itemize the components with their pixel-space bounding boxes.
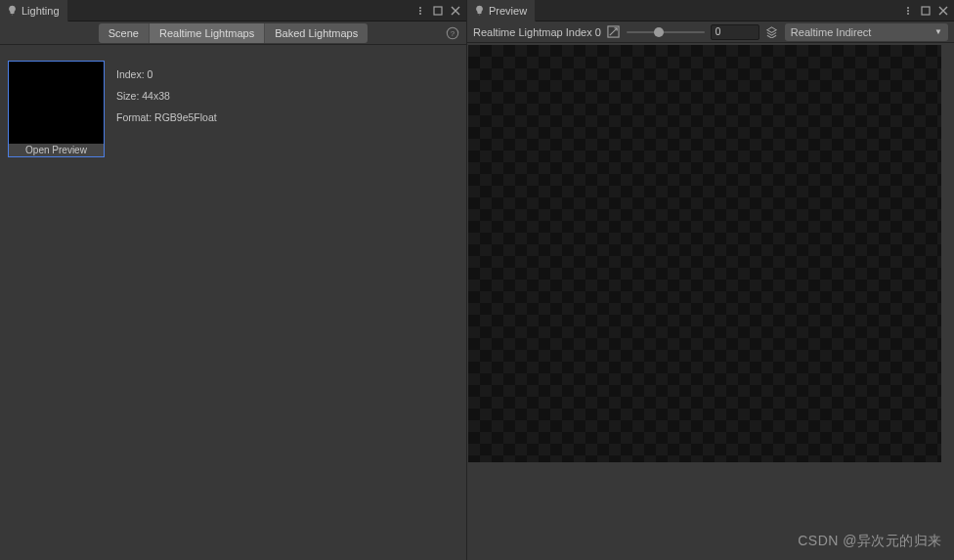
slider-track <box>627 31 705 33</box>
svg-rect-3 <box>434 7 442 15</box>
chevron-down-icon: ▼ <box>934 27 942 36</box>
preview-tab-label: Preview <box>489 5 527 17</box>
lighting-panel: Lighting Scene Realtime Lightmaps Baked … <box>0 0 467 560</box>
tab-scene[interactable]: Scene <box>99 23 150 43</box>
preview-title: Realtime Lightmap Index 0 <box>473 26 601 38</box>
lightmap-mode-tabs: Scene Realtime Lightmaps Baked Lightmaps <box>99 23 368 43</box>
preview-tab[interactable]: Preview <box>467 0 536 22</box>
svg-point-7 <box>907 10 909 12</box>
close-icon[interactable] <box>936 4 950 18</box>
close-icon[interactable] <box>449 4 462 18</box>
tab-baked-lightmaps[interactable]: Baked Lightmaps <box>265 23 368 43</box>
lightmap-format: Format: RGB9e5Float <box>116 111 217 123</box>
tab-realtime-lightmaps[interactable]: Realtime Lightmaps <box>150 23 265 43</box>
preview-lightbulb-icon <box>473 5 485 17</box>
preview-mode-dropdown[interactable]: Realtime Indirect ▼ <box>785 23 948 41</box>
lightmap-index: Index: 0 <box>116 68 217 80</box>
svg-text:?: ? <box>451 29 455 38</box>
lightbulb-icon <box>6 5 18 17</box>
preview-toolbar: Realtime Lightmap Index 0 Realtime Indir… <box>467 22 954 43</box>
preview-panel: Preview Realtime Lightmap Index 0 <box>467 0 954 560</box>
layers-icon[interactable] <box>765 25 779 39</box>
lightmap-list: Open Preview Index: 0 Size: 44x38 Format… <box>0 45 466 560</box>
preview-window-controls <box>901 0 950 22</box>
fit-icon[interactable] <box>607 25 621 39</box>
zoom-slider[interactable] <box>627 25 705 39</box>
slider-thumb[interactable] <box>654 27 664 37</box>
mip-level-input[interactable] <box>711 24 759 40</box>
preview-tab-header: Preview <box>467 0 954 22</box>
preview-body <box>467 43 954 560</box>
open-preview-caption[interactable]: Open Preview <box>9 144 104 156</box>
kebab-icon[interactable] <box>413 4 427 18</box>
lighting-toolbar: Scene Realtime Lightmaps Baked Lightmaps… <box>0 22 466 45</box>
kebab-icon[interactable] <box>901 4 915 18</box>
help-icon[interactable]: ? <box>445 25 460 41</box>
svg-point-1 <box>419 10 421 12</box>
maximize-icon[interactable] <box>919 4 932 18</box>
svg-point-2 <box>419 13 421 15</box>
lighting-tab-header: Lighting <box>0 0 466 22</box>
lightmap-meta: Index: 0 Size: 44x38 Format: RGB9e5Float <box>116 61 217 123</box>
svg-rect-9 <box>922 7 930 15</box>
svg-point-0 <box>419 7 421 9</box>
lighting-tab[interactable]: Lighting <box>0 0 68 22</box>
lightmap-size: Size: 44x38 <box>116 90 217 102</box>
svg-point-6 <box>907 7 909 9</box>
svg-point-8 <box>907 13 909 15</box>
lighting-tab-label: Lighting <box>22 5 60 17</box>
dropdown-label: Realtime Indirect <box>791 26 872 38</box>
lightmap-thumbnail[interactable]: Open Preview <box>8 61 105 157</box>
preview-checkerboard[interactable] <box>468 45 941 462</box>
lightmap-thumbnail-image <box>9 62 104 156</box>
maximize-icon[interactable] <box>431 4 445 18</box>
lighting-window-controls <box>413 0 462 22</box>
